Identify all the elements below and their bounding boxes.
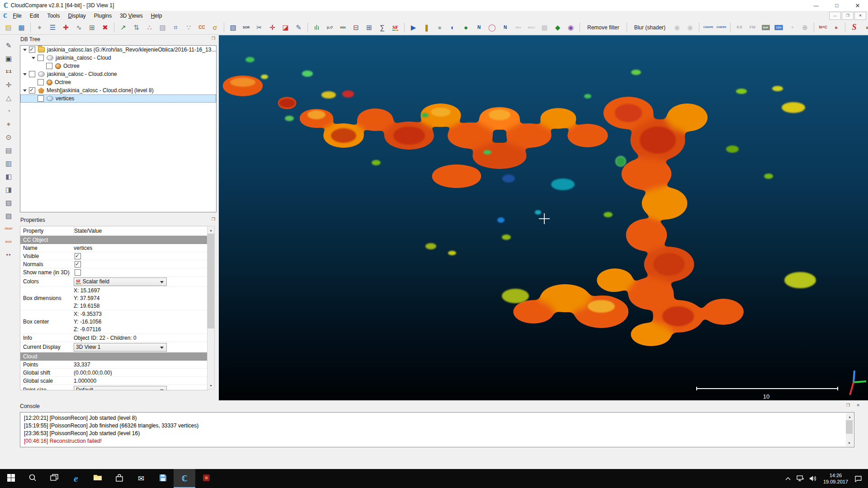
file-explorer-button[interactable]	[87, 469, 108, 488]
apply-transformation-icon[interactable]: ⌖	[34, 22, 45, 33]
property-checkbox[interactable]	[75, 269, 81, 276]
menu-3d-views[interactable]: 3D Views	[116, 12, 147, 20]
store-button[interactable]	[108, 469, 130, 488]
subsample-icon[interactable]: ⇅	[131, 22, 142, 33]
rgb-ball-icon[interactable]: ◉	[565, 22, 576, 33]
view-back-icon[interactable]: ▧	[3, 197, 14, 208]
color-picker-icon[interactable]: ❚	[421, 22, 432, 33]
property-checkbox[interactable]	[75, 253, 81, 259]
interactive-transformation-icon[interactable]: ✎	[293, 22, 304, 33]
view-back-label-icon[interactable]: BACK	[3, 236, 14, 247]
visibility-checkbox[interactable]	[38, 55, 44, 61]
close-button[interactable]: ✕	[847, 0, 868, 11]
delete-sf-icon[interactable]: ⊟	[350, 22, 362, 33]
texture-icon[interactable]: ▦	[539, 22, 550, 33]
point-size-dropdown[interactable]: Default	[74, 386, 167, 391]
perspective-icon[interactable]: △	[3, 92, 14, 103]
edge-button[interactable]: e	[65, 469, 87, 488]
properties-scrollbar[interactable]: ▲ ▼	[207, 226, 215, 389]
tree-item-jaskinia-calosc-cloud[interactable]: jaskinia_calosc - Cloud	[20, 54, 216, 62]
mail-button[interactable]: ✉	[130, 469, 152, 488]
view-front-label-icon[interactable]: FRONT	[3, 223, 14, 234]
octree-icon[interactable]: ⌗	[170, 22, 181, 33]
scrollbar-thumb[interactable]	[208, 234, 214, 328]
global-zoom-icon[interactable]: ✛	[3, 79, 14, 90]
maximize-button[interactable]: □	[826, 0, 847, 11]
canupo-create-icon[interactable]: CANUPO	[703, 22, 714, 33]
current-display-dropdown[interactable]: 3D View 1	[74, 343, 167, 352]
close-panel-icon[interactable]: ✕	[856, 403, 860, 408]
filter-2-icon[interactable]: ◉	[684, 22, 696, 33]
point-picking-icon[interactable]: ∿	[73, 22, 85, 33]
open-icon[interactable]: ▤	[3, 22, 14, 33]
point-list-picking-icon[interactable]: ✚	[60, 22, 71, 33]
visibility-checkbox[interactable]	[38, 95, 44, 102]
property-checkbox[interactable]	[75, 261, 81, 267]
tree-item-vertices[interactable]: vertices	[20, 94, 216, 103]
tray-chevron-up-icon[interactable]	[782, 469, 794, 488]
float-panel-icon[interactable]: ❐	[212, 36, 215, 41]
statistical-test-icon[interactable]: σ	[209, 22, 221, 33]
histogram-icon[interactable]: ılı	[311, 22, 322, 33]
view-bottom-icon[interactable]: ▨	[3, 210, 14, 221]
mu-sigma-icon[interactable]: µ,σ	[324, 22, 335, 33]
expander-icon[interactable]	[23, 73, 27, 75]
main-properties-icon[interactable]: ☰	[47, 22, 58, 33]
hra-icon[interactable]: HRA	[513, 22, 524, 33]
overflow-2-icon[interactable]: »	[862, 22, 868, 33]
menu-display[interactable]: Display	[64, 12, 90, 20]
mdi-minimize-button[interactable]: —	[829, 12, 841, 20]
cross-section-icon[interactable]: ✂	[254, 22, 265, 33]
ellipse-icon[interactable]: ◯	[486, 22, 498, 33]
visibility-checkbox[interactable]	[29, 71, 35, 77]
app-red-button[interactable]	[195, 469, 217, 488]
pie-icon[interactable]: ◔	[786, 22, 797, 33]
wire-globe-icon[interactable]: ⊕	[799, 22, 811, 33]
sample-points-icon[interactable]: ∵	[183, 22, 194, 33]
visibility-checkbox[interactable]	[29, 47, 35, 53]
zoom-icon[interactable]: ⊙	[3, 131, 14, 142]
stereo-icon[interactable]: ●●	[3, 249, 14, 260]
shf-icon[interactable]: SHF	[760, 22, 771, 33]
task-view-button[interactable]	[43, 469, 65, 488]
save-icon[interactable]: ▦	[16, 22, 27, 33]
sor-icon[interactable]: SOR	[241, 22, 252, 33]
fm-icon[interactable]: FM	[747, 22, 758, 33]
view-left-icon[interactable]: ◧	[3, 171, 14, 182]
expander-icon[interactable]	[23, 49, 27, 51]
start-button[interactable]	[0, 469, 22, 488]
align-icon[interactable]: ↗	[118, 22, 129, 33]
console-scrollbar[interactable]: ▲ ▼	[846, 413, 854, 446]
segment-icon[interactable]: ▧	[227, 22, 239, 33]
clone-icon[interactable]: ⊞	[86, 22, 98, 33]
tree-item-octree[interactable]: Octree	[20, 62, 216, 70]
float-panel-icon[interactable]: ❐	[846, 403, 850, 408]
kd-icon[interactable]: Kd	[734, 22, 745, 33]
visibility-checkbox[interactable]	[46, 63, 52, 69]
volume-icon[interactable]	[807, 469, 820, 488]
app-floppy-button[interactable]	[152, 469, 174, 488]
tree-item-jaskinia-calosc-cloud-clone[interactable]: jaskinia_calosc - Cloud.clone	[20, 70, 216, 78]
menu-plugins[interactable]: Plugins	[90, 12, 116, 20]
filter-1-icon[interactable]: ◉	[671, 22, 683, 33]
scroll-down-icon[interactable]: ▼	[846, 439, 853, 446]
tree-item-jaskinia-calosc-las-g-kroh-las-revo-klej[interactable]: jaskinia_calosc.las (G:/Kroh/las_Revo/kl…	[20, 46, 216, 54]
sphere-icon[interactable]: ●	[434, 22, 445, 33]
tree-item-octree[interactable]: Octree	[20, 78, 216, 86]
view-front-icon[interactable]: ▥	[3, 158, 14, 169]
view-right-icon[interactable]: ◨	[3, 184, 14, 195]
m3c2-icon[interactable]: M3C2	[526, 22, 537, 33]
noise-filter-icon[interactable]: ∴	[144, 22, 155, 33]
scroll-down-icon[interactable]: ▼	[208, 382, 214, 389]
add-sf-icon[interactable]: ⊞	[363, 22, 375, 33]
expander-icon[interactable]	[32, 57, 35, 59]
expander-icon[interactable]	[23, 89, 27, 92]
menu-edit[interactable]: Edit	[26, 12, 43, 20]
canupo-classify-icon[interactable]: CANUPO	[716, 22, 727, 33]
colors-dropdown[interactable]: SFScalar field	[74, 277, 167, 286]
action-center-icon[interactable]	[852, 469, 864, 488]
float-panel-icon[interactable]: ❐	[212, 217, 215, 221]
set-pivot-icon[interactable]: ▣	[3, 53, 14, 64]
scroll-up-icon[interactable]: ▲	[208, 226, 214, 234]
poisson-recon-icon[interactable]: ●	[460, 22, 472, 33]
